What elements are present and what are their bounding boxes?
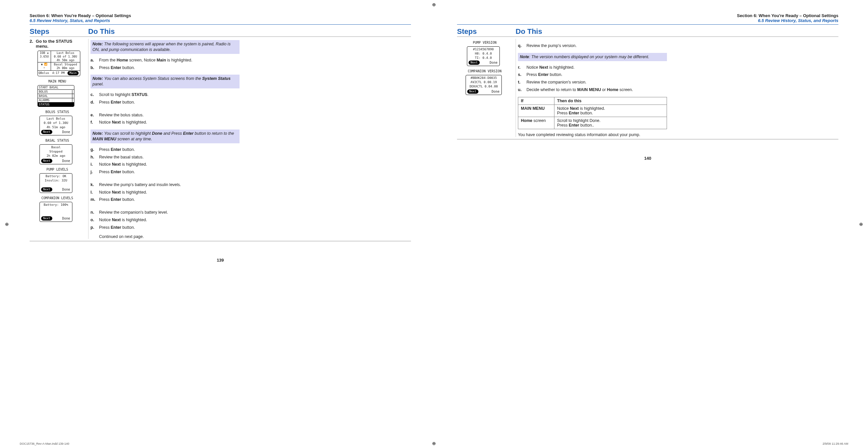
screen-pump-levels: Battery: OK Insulin: 32U Next Done <box>39 173 72 193</box>
header-rule <box>30 24 411 25</box>
iob-value: 3.65U <box>40 55 49 58</box>
screen-mainmenu: START BASAL BOLUS BASAL ALARMS STATUS <box>37 85 74 107</box>
steps-column: PUMP VERSION #1234567890 H8: 0.4.0 TI: 0… <box>457 39 516 98</box>
pump-insulin: Insulin: 32U <box>40 178 72 183</box>
steps-column: 2. Go to the STATUS menu. IOB ≥ 3.65U La… <box>30 39 88 225</box>
decision-r2c2: Scroll to highlight Done. Press Enter bu… <box>554 117 667 129</box>
header-rule <box>457 24 838 25</box>
next-button: Next <box>41 159 52 163</box>
substep-m: m.Press Enter button. <box>91 196 240 203</box>
done-label: Done <box>62 188 70 191</box>
home-bottom-mid: 4:17 PM <box>52 71 64 75</box>
last-bolus-l2: 4h 50m ago <box>57 59 74 62</box>
registration-mark-icon: ⊕ <box>859 221 863 227</box>
decision-r2c1: Home screen <box>518 117 554 129</box>
screen-home: IOB ≥ 3.65U Last Bolus 0.60 of 1.30U 4h … <box>37 50 80 76</box>
table-header: Steps Do This <box>457 27 838 37</box>
menu-item: BASAL <box>38 94 74 98</box>
content-row: PUMP VERSION #1234567890 H8: 0.4.0 TI: 0… <box>457 39 838 137</box>
registration-mark-icon: ⊕ <box>432 2 436 7</box>
screen-pump-version: #1234567890 H8: 0.4.0 TI: 0.4.0 Next Don… <box>467 46 500 66</box>
page-number: 140 <box>457 156 838 161</box>
page-number: 139 <box>30 258 411 263</box>
substep-d: d.Press Enter button. <box>91 99 240 106</box>
screen-bolus-status: Last Bolus 0.60 of 1.30U 4h 51m ago Next… <box>39 116 72 135</box>
note-3: Note: You can scroll to highlight Done a… <box>91 130 240 143</box>
last-bolus-title: Last Bolus <box>57 51 74 55</box>
scrollbar <box>72 90 74 106</box>
bolus-l2: 0.60 of 1.30U <box>40 121 72 125</box>
substep-k: k.Review the pump's battery and insulin … <box>91 181 240 189</box>
footer-right: 2/9/09 11:29:46 AM <box>823 442 848 445</box>
substep-h: h.Review the basal status. <box>91 153 240 161</box>
note-1: Note: The following screens will appear … <box>91 40 240 54</box>
pumpver-l1: #1234567890 <box>467 47 499 51</box>
last-bolus-l1: 0.60 of 1.30U <box>54 55 77 58</box>
bolus-l1: Last Bolus <box>40 117 72 121</box>
header-left: Section 6: When You're Ready – Optional … <box>30 13 411 23</box>
pump-version-label: PUMP VERSION <box>457 41 512 44</box>
pump-battery: Battery: OK <box>40 174 72 178</box>
col-steps-header: Steps <box>457 27 516 36</box>
menu-item: START BASAL <box>38 85 74 90</box>
step-2: 2. Go to the STATUS menu. <box>30 39 85 49</box>
substep-j: j.Press Enter button. <box>91 168 240 176</box>
screen-companion-version: #BBAK284-D0035 AV2CTL 0.00.19 DEKACTL 0.… <box>466 75 502 95</box>
companion-levels-label: COMPANION LEVELS <box>30 196 85 200</box>
decision-table: If Then do this MAIN MENU Notice Next is… <box>518 97 667 129</box>
mainmenu-label: MAIN MENU <box>30 79 85 83</box>
next-button: Next <box>41 130 52 134</box>
continued-text: Continued on next page. <box>99 234 240 239</box>
subsection-title: 6.5 Review History, Status, and Reports <box>30 18 411 23</box>
basal-status-label: BASAL STATUS <box>30 139 85 142</box>
done-label: Done <box>492 90 499 93</box>
bolus-status-label: BOLUS STATUS <box>30 110 85 114</box>
note-2: Note: You can also access System Status … <box>91 75 240 89</box>
section-title: Section 6: When You're Ready – Optional … <box>30 13 411 18</box>
col-steps-header: Steps <box>30 27 88 36</box>
step-number: 2. <box>30 39 33 49</box>
basal-l2: Stopped <box>40 149 72 154</box>
substep-i: i.Notice Next is highlighted. <box>91 161 240 168</box>
compver-l1: #BBAK284-D0035 <box>466 76 501 80</box>
note-label: Note <box>520 55 529 59</box>
note-label: Note: <box>92 131 103 136</box>
pump-levels-label: PUMP LEVELS <box>30 168 85 171</box>
substep-g: g.Press Enter button. <box>91 146 240 153</box>
radio-icon: ◉ 📶 <box>41 63 48 66</box>
substep-o: o.Notice Next is highlighted. <box>91 216 240 224</box>
basal-l1: 2h 00m ago <box>57 66 74 70</box>
menu-item: ALARMS <box>38 98 74 102</box>
decision-r1c2: Notice Next is highlighted. Press Enter … <box>554 105 667 117</box>
print-footer: DOC15736_Rev-A-Man.indd 139-140 2/9/09 1… <box>20 442 848 445</box>
bolus-l3: 4h 51m ago <box>40 125 72 130</box>
decision-header-if: If <box>518 97 554 105</box>
comp-battery: Battery: 100% <box>40 203 72 207</box>
substep-f: f.Notice Next is highlighted. <box>91 119 240 126</box>
substep-s: s.Press Enter button. <box>518 71 667 78</box>
home-main-button: Main <box>67 71 79 75</box>
dothis-column: Note: The following screens will appear … <box>88 39 240 239</box>
signal-icon: ⟐ <box>43 66 45 69</box>
note-right: Note: The version numbers displayed on y… <box>518 53 667 61</box>
note-body: The following screens will appear when t… <box>92 42 231 52</box>
subsection-title: 6.5 Review History, Status, and Reports <box>457 18 838 23</box>
table-row: MAIN MENU Notice Next is highlighted. Pr… <box>518 105 667 117</box>
footer-left: DOC15736_Rev-A-Man.indd 139-140 <box>20 442 69 445</box>
note-label: Note: <box>92 76 103 81</box>
compver-l2: AV2CTL 0.00.19 <box>466 80 501 84</box>
bottom-rule <box>457 139 838 139</box>
done-label: Done <box>62 130 70 134</box>
compver-l3: DEKACTL 0.04.00 <box>466 84 501 89</box>
header-right: Section 6: When You're Ready – Optional … <box>457 13 838 23</box>
substep-p: p.Press Enter button. <box>91 224 240 231</box>
substep-a: a.From the Home screen, Notice Main is h… <box>91 57 240 64</box>
note-body: : The version numbers displayed on your … <box>529 55 649 59</box>
note-label: Note: <box>92 42 103 46</box>
substep-c: c.Scroll to highlight STATUS. <box>91 91 240 99</box>
substep-u: u.Decide whether to return to MAIN MENU … <box>518 86 667 94</box>
companion-version-label: COMPANION VERSION <box>457 69 512 73</box>
screen-companion-levels: Battery: 100% Next Done <box>39 202 72 221</box>
table-header: Steps Do This <box>30 27 411 37</box>
step-text: Go to the STATUS menu. <box>36 39 85 49</box>
